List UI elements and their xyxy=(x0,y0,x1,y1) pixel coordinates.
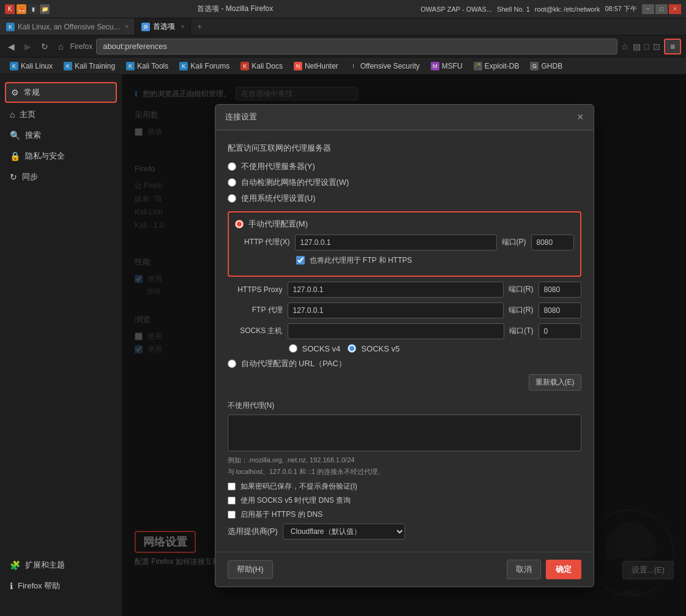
http-proxy-row: HTTP 代理(X) 端口(P) xyxy=(235,235,574,250)
tab-prefs[interactable]: ⚙ 首选项 × xyxy=(135,18,191,35)
sidebar-item-privacy[interactable]: 🔒 隐私与安全 xyxy=(0,146,122,167)
maximize-button[interactable]: □ xyxy=(655,4,668,14)
bookmark-kali-linux[interactable]: K Kali Linux xyxy=(5,61,58,72)
bookmark-star-icon[interactable]: ☆ xyxy=(621,42,629,51)
network-taskbar[interactable]: root@kk: /etc/network xyxy=(535,6,600,13)
bookmark-kali-training[interactable]: K Kali Training xyxy=(59,61,120,72)
bookmark-ghdb[interactable]: G GHDB xyxy=(525,61,567,72)
use-system-label: 使用系统代理设置(U) xyxy=(241,193,316,204)
new-tab-button[interactable]: + xyxy=(191,18,208,35)
sidebar-privacy-label: 隐私与安全 xyxy=(25,151,65,162)
https-port-input[interactable] xyxy=(539,282,581,298)
ftp-proxy-input[interactable] xyxy=(288,302,504,318)
bookmark-exploit-db[interactable]: 💣 Exploit-DB xyxy=(469,61,524,72)
manual-proxy-radio[interactable] xyxy=(235,220,244,228)
proxy-dns-checkbox[interactable] xyxy=(228,497,236,505)
sidebar-item-home[interactable]: ⌂ 主页 xyxy=(0,104,122,125)
terminal-icon[interactable]: ▮ xyxy=(28,4,38,14)
folder-icon[interactable]: 📁 xyxy=(40,4,50,14)
bookmark-kali-forums[interactable]: K Kali Forums xyxy=(174,61,234,72)
search-icon: 🔍 xyxy=(10,130,20,140)
owasp-taskbar[interactable]: OWASP ZAP - OWAS... xyxy=(420,6,492,13)
http-proxy-input[interactable] xyxy=(295,235,497,250)
sync-icon: ↻ xyxy=(10,172,17,182)
screenshot-icon[interactable]: ⊡ xyxy=(653,42,660,51)
tab-kali-close[interactable]: × xyxy=(125,23,129,30)
tab-kali[interactable]: K Kali Linux, an Offensive Secu... × xyxy=(0,18,135,35)
back-button[interactable]: ◀ xyxy=(5,40,18,53)
socks-version-group: SOCKS v4 SOCKS v5 xyxy=(289,344,581,353)
bookmark-kali-docs-label: Kali Docs xyxy=(252,62,283,70)
address-input[interactable] xyxy=(96,39,617,54)
bookmark-msfu[interactable]: M MSFU xyxy=(426,61,468,72)
lock-icon: 🔒 xyxy=(10,151,20,161)
reader-mode-icon[interactable]: ▤ xyxy=(633,42,641,51)
also-ftp-checkbox[interactable] xyxy=(296,256,305,265)
ghdb-icon: G xyxy=(530,62,539,70)
help-button[interactable]: 帮助(H) xyxy=(228,560,273,579)
kali-forums-icon: K xyxy=(179,62,188,70)
shell-taskbar[interactable]: Shell No. 1 xyxy=(497,6,530,13)
https-port-label: 端口(R) xyxy=(509,284,534,295)
main-area: ⚙ 常规 ⌂ 主页 🔍 搜索 🔒 隐私与安全 ↻ 同步 🧩 扩展和主题 ℹ xyxy=(0,75,686,616)
dialog-close-button[interactable]: × xyxy=(577,111,584,124)
minimize-button[interactable]: − xyxy=(642,4,654,14)
socks-v4-option[interactable]: SOCKS v4 xyxy=(289,344,341,353)
pocket-icon[interactable]: □ xyxy=(644,42,649,51)
forward-button[interactable]: ▶ xyxy=(21,40,34,53)
socks-host-input[interactable] xyxy=(288,323,505,339)
kali-tools-icon: K xyxy=(126,62,135,70)
http-port-input[interactable] xyxy=(531,235,574,250)
sidebar-item-search[interactable]: 🔍 搜索 xyxy=(0,125,122,146)
socks-v5-option[interactable]: SOCKS v5 xyxy=(348,344,400,353)
menu-button[interactable]: ≡ xyxy=(664,39,681,54)
use-system-option[interactable]: 使用系统代理设置(U) xyxy=(228,193,581,204)
https-dns-checkbox[interactable] xyxy=(228,511,236,519)
ok-button[interactable]: 确定 xyxy=(546,560,581,579)
no-prompt-auth-row: 如果密码已保存，不提示身份验证(I) xyxy=(228,481,581,492)
auto-detect-radio[interactable] xyxy=(228,178,236,187)
ftp-proxy-label: FTP 代理 xyxy=(228,305,283,315)
proxy-radio-group: 不使用代理服务器(Y) 自动检测此网络的代理设置(W) 使用系统代理设置(U) xyxy=(228,161,581,204)
reload-button[interactable]: ↻ xyxy=(38,40,51,53)
provider-select[interactable]: Cloudflare（默认值） xyxy=(283,524,405,539)
https-proxy-input[interactable] xyxy=(288,282,504,298)
sidebar-item-help[interactable]: ℹ Firefox 帮助 xyxy=(0,576,122,596)
no-prompt-auth-checkbox[interactable] xyxy=(228,483,236,490)
bookmark-nethunter[interactable]: N NetHunter xyxy=(289,61,343,72)
sidebar-item-sync[interactable]: ↻ 同步 xyxy=(0,167,122,187)
pac-radio[interactable] xyxy=(228,359,236,368)
provider-row: 选用提供商(P) Cloudflare（默认值） xyxy=(228,524,581,539)
home-icon: ⌂ xyxy=(10,110,15,119)
manual-proxy-option[interactable]: 手动代理配置(M) xyxy=(235,219,574,230)
firefox-icon[interactable]: 🦊 xyxy=(17,4,26,14)
pac-option[interactable]: 自动代理配置的 URL（PAC） xyxy=(228,358,581,369)
use-system-radio[interactable] xyxy=(228,194,236,203)
no-proxy-textarea[interactable] xyxy=(228,415,581,451)
reload-pac-button[interactable]: 重新载入(E) xyxy=(529,374,581,391)
bookmark-kali-linux-label: Kali Linux xyxy=(21,62,53,70)
bookmarks-bar: K Kali Linux K Kali Training K Kali Tool… xyxy=(0,58,686,75)
help-icon: ℹ xyxy=(10,581,13,591)
sidebar-item-general[interactable]: ⚙ 常规 xyxy=(5,82,117,103)
sidebar-general-label: 常规 xyxy=(24,87,40,98)
cancel-button[interactable]: 取消 xyxy=(507,560,541,579)
http-proxy-label: HTTP 代理(X) xyxy=(235,237,290,247)
bookmark-kali-tools[interactable]: K Kali Tools xyxy=(121,61,173,72)
socks-v4-radio[interactable] xyxy=(289,344,297,353)
tab-prefs-close[interactable]: × xyxy=(181,23,184,30)
auto-detect-option[interactable]: 自动检测此网络的代理设置(W) xyxy=(228,177,581,188)
bookmark-kali-docs[interactable]: K Kali Docs xyxy=(236,61,288,72)
kali-icon: K xyxy=(5,4,15,14)
bookmark-offensive-security[interactable]: ! Offensive Security xyxy=(345,61,425,72)
clock: 08:57 下午 xyxy=(605,4,637,13)
ftp-port-input[interactable] xyxy=(539,302,581,318)
no-proxy-option[interactable]: 不使用代理服务器(Y) xyxy=(228,161,581,172)
close-button[interactable]: × xyxy=(669,4,681,14)
socks-v5-radio[interactable] xyxy=(348,344,356,353)
home-button[interactable]: ⌂ xyxy=(55,40,66,53)
footer-right: 取消 确定 xyxy=(507,560,581,579)
socks-port-input[interactable] xyxy=(539,323,581,339)
no-proxy-radio[interactable] xyxy=(228,162,236,171)
sidebar-item-extensions[interactable]: 🧩 扩展和主题 xyxy=(0,555,122,576)
